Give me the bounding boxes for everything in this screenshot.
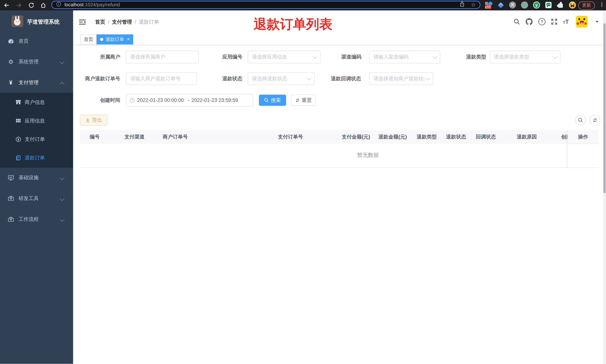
address-bar[interactable]: localhost:1024/pay/refund ☆ (51, 1, 480, 9)
col-header-refund-reason: 退款原因 (517, 130, 537, 144)
filter-label-app: 应用编号 (184, 51, 242, 63)
font-size-icon[interactable]: TT (562, 18, 570, 26)
help-icon[interactable]: ? (538, 18, 546, 26)
gear-icon: ⚙ (8, 59, 14, 65)
filter-label-channel: 渠道编码 (303, 51, 361, 63)
avatar-caret-icon[interactable] (596, 21, 599, 23)
github-icon[interactable] (525, 18, 533, 26)
bookmark-star-icon[interactable]: ☆ (471, 2, 476, 7)
sidebar-item-label: 系统管理 (19, 52, 39, 72)
refresh-circle-button[interactable] (590, 115, 600, 126)
sidebar-item-workflow[interactable]: 工作流程 (0, 210, 73, 229)
url-text[interactable]: localhost:1024/pay/refund (65, 2, 120, 8)
search-button[interactable]: 搜索 (259, 95, 286, 106)
sidebar-item-infra[interactable]: 基础设施 (0, 168, 73, 187)
breadcrumb-home[interactable]: 首页 (95, 19, 105, 25)
site-info-icon[interactable] (56, 1, 61, 8)
sidebar-collapse-icon[interactable] (79, 18, 86, 26)
range-separator: - (188, 97, 190, 103)
filter-label-merchant-refund-no: 商户退款订单号 (62, 72, 120, 85)
monitor-icon (8, 175, 14, 181)
sidebar-item-label: 工作流程 (19, 210, 39, 229)
tab-refund-order[interactable]: 退款订单 × (96, 34, 133, 44)
sidebar-item-label: 商户信息 (25, 93, 45, 112)
col-header-callback-status: 回调状态 (476, 130, 496, 144)
create-time-range-picker[interactable]: 2022-01-23 00:00:00 - 2022-01-23 23:59:5… (126, 94, 253, 107)
extension-badge: 10 (486, 5, 491, 9)
sidebar-item-label: 基础设施 (19, 168, 39, 187)
filter-label-notify-status: 退款回调状态 (303, 72, 361, 85)
browser-back-icon[interactable] (3, 2, 10, 9)
sidebar-item-label: 应用信息 (25, 112, 45, 130)
breadcrumb-pay[interactable]: 支付管理 (112, 19, 132, 25)
extension-record-icon[interactable] (521, 1, 528, 9)
refund-type-select[interactable]: 请选择退款类型 (490, 51, 560, 63)
table-fixed-action-column: 操作 (567, 130, 598, 168)
breadcrumb-current: 退款订单 (139, 19, 159, 25)
browser-forward-icon[interactable] (15, 2, 22, 9)
sidebar-item-home[interactable]: 首页 (0, 32, 73, 51)
dashboard-icon (8, 38, 14, 44)
col-header-id: 编号 (90, 130, 100, 144)
col-header-create-time-clipped: 创建时间 (561, 130, 567, 144)
filter-label-refund-status: 退款状态 (184, 72, 242, 85)
col-header-refund-status: 退款状态 (446, 130, 466, 144)
extensions-puzzle-icon[interactable] (557, 1, 564, 9)
range-start-value: 2022-01-23 00:00:00 (137, 97, 186, 103)
reset-button[interactable]: 重置 (291, 95, 316, 106)
sidebar-item-label: 支付管理 (19, 73, 39, 92)
table-body: 暂无数据 (80, 144, 598, 168)
active-dot-icon (100, 38, 103, 41)
page-annotation-title: 退款订单列表 (253, 15, 332, 33)
chevron-down-icon (426, 76, 430, 80)
chevron-down-icon (60, 217, 64, 221)
filter-label-refund-type: 退款类型 (428, 51, 486, 63)
briefcase-icon (8, 195, 14, 202)
chevron-down-icon (60, 175, 64, 180)
filter-label-merchant: 所属商户 (62, 51, 120, 63)
col-header-action: 操作 (568, 130, 598, 144)
refund-doc-icon (15, 155, 21, 161)
browser-update-button[interactable]: 更新 (578, 1, 595, 10)
browser-toolbar: localhost:1024/pay/refund ☆ 10 ⌘ y (0, 0, 606, 10)
browser-home-icon[interactable] (40, 2, 47, 9)
search-icon[interactable] (513, 18, 521, 26)
fullscreen-icon[interactable] (550, 18, 558, 26)
extension-grid-icon[interactable]: 10 (485, 1, 492, 9)
range-end-value: 2022-01-23 23:59:59 (191, 97, 240, 103)
app-title: 芋道管理系统 (27, 18, 59, 26)
browser-reload-icon[interactable] (28, 2, 35, 9)
extension-command-icon[interactable]: ⌘ (509, 1, 516, 9)
page-scrollbar-thumb[interactable] (603, 23, 606, 193)
breadcrumb: 首页/支付管理/退款订单 (95, 19, 159, 25)
filter-label-create-time: 创建时间 (62, 94, 120, 107)
extension-chat-icon[interactable] (545, 1, 552, 9)
tab-home[interactable]: 首页 (80, 34, 96, 44)
browser-menu-icon[interactable]: ⋮ (599, 1, 605, 8)
col-header-channel: 支付渠道 (124, 130, 145, 144)
sidebar-item-app-info[interactable]: 应用信息 (0, 112, 73, 130)
col-header-pay-order-no: 支付订单号 (278, 130, 303, 144)
extension-gem-icon[interactable] (497, 1, 504, 9)
avatar[interactable] (576, 16, 587, 27)
sidebar-item-refund-order[interactable]: 退款订单 (0, 149, 73, 167)
yen-icon: ¥ (8, 79, 14, 86)
sidebar-item-devtools[interactable]: 研发工具 (0, 189, 73, 208)
tab-label: 退款订单 (105, 35, 124, 44)
export-button[interactable]: 导出 (80, 115, 107, 126)
sidebar-item-pay-order[interactable]: 支付订单 (0, 130, 73, 149)
chevron-down-icon (553, 54, 557, 59)
app-logo[interactable] (12, 15, 23, 27)
hide-search-circle-button[interactable] (575, 115, 586, 126)
chevron-down-icon (60, 196, 64, 201)
col-header-merchant-order-no: 商户订单号 (163, 130, 188, 144)
tab-close-icon[interactable]: × (127, 37, 130, 42)
share-icon[interactable] (460, 1, 465, 8)
sidebar-item-label: 退款订单 (25, 149, 45, 167)
app-window: localhost:1024/pay/refund ☆ 10 ⌘ y (0, 0, 606, 364)
notify-status-select[interactable]: 请选择通知商户退款结果的 (369, 72, 433, 85)
col-header-pay-amount: 支付金额(元) (342, 130, 370, 144)
extension-emoji-icon[interactable] (569, 1, 576, 9)
extension-y-icon[interactable]: y (533, 1, 540, 9)
sidebar-item-label: 研发工具 (19, 189, 39, 208)
